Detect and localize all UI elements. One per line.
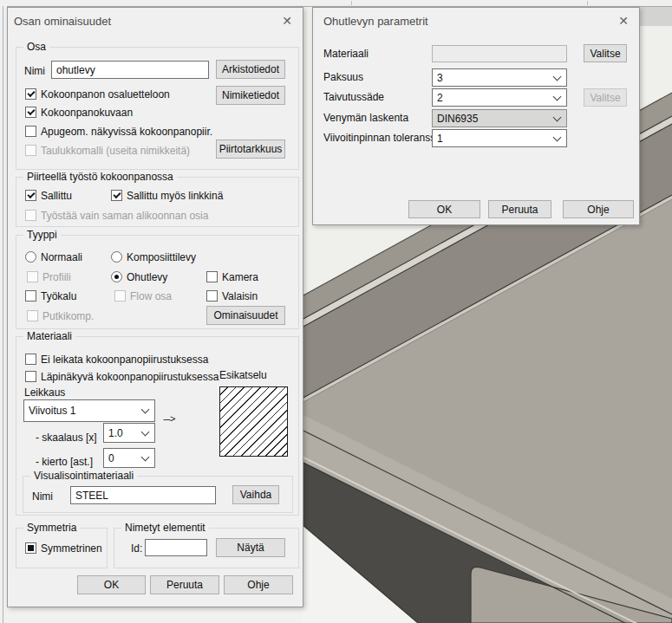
checkbox-apugeom[interactable]: Apugeom. näkyvissä kokoonpanopiir. [25, 125, 212, 138]
checkbox-label: Sallittu myös linkkinä [127, 190, 223, 202]
dialog-title: Osan ominaisuudet [14, 15, 111, 28]
taivutussade-value: 2 [437, 92, 443, 104]
dialog-title: Ohutlevyn parametrit [323, 15, 428, 28]
title-bar[interactable]: Osan ominaisuudet ✕ [8, 8, 303, 34]
checkbox-kokoonpanokuvaan[interactable]: Kokoonpanokuvaan [25, 106, 133, 119]
leikkaus-select[interactable]: Viivoitus 1 [23, 399, 155, 422]
id-label: Id: [131, 542, 142, 555]
checkbox-label: Symmetrinen [41, 542, 102, 555]
checkbox-kamera[interactable]: Kamera [206, 270, 258, 283]
group-label: Piirteellä työstö kokoonpanossa [23, 171, 177, 183]
valitse-button[interactable]: Valitse [584, 44, 627, 62]
nimi-label: Nimi [24, 65, 45, 77]
checkbox-profiili: Profiili [27, 270, 71, 283]
visu-material-input[interactable]: STEEL [70, 486, 216, 504]
checkbox-box [114, 290, 126, 302]
chevron-down-icon [141, 427, 150, 436]
chevron-down-icon [553, 72, 562, 81]
checkbox-label: Apugeom. näkyvissä kokoonpanopiir. [41, 126, 212, 138]
chevron-down-icon [553, 92, 562, 101]
checkbox-box [25, 107, 36, 118]
vaihda-button[interactable]: Vaihda [232, 485, 279, 504]
checkbox-box [25, 210, 36, 221]
viivoitin-select[interactable]: 1 [432, 129, 567, 147]
checkbox-ei-leikata[interactable]: Ei leikata kokoonpanopiirustuksessa [25, 353, 208, 366]
radio-komposiittilevy[interactable]: Komposiittilevy [111, 250, 196, 263]
checkbox-label: Putkikomp. [42, 310, 94, 322]
checkbox-box [25, 290, 36, 302]
arkistotiedot-button[interactable]: Arkistotiedot [216, 60, 285, 79]
checkbox-box [27, 310, 38, 321]
visu-material-value: STEEL [75, 490, 108, 502]
checkbox-label: Läpinäkyvä kokoonpanopiirustuksessa [41, 371, 219, 383]
kierto-select[interactable]: 0 [103, 448, 155, 468]
hatch-preview [219, 386, 288, 457]
taivutussade-select[interactable]: 2 [432, 88, 567, 107]
left-panel-edge [0, 0, 7, 623]
panel-divider-line [3, 6, 3, 623]
arrow-indicator: ---> [163, 413, 174, 424]
checkbox-label: Ei leikata kokoonpanopiirustuksessa [41, 354, 208, 366]
part-properties-dialog: Osan ominaisuudet ✕ Osa Nimi ohutlevy Ar… [7, 7, 303, 607]
peruuta-button[interactable]: Peruuta [488, 200, 551, 218]
checkbox-tyokalu[interactable]: Työkalu [25, 289, 76, 302]
checkbox-lapinakyva[interactable]: Läpinäkyvä kokoonpanopiirustuksessa [25, 370, 219, 383]
piirtotarkkuus-button[interactable]: Piirtotarkkuus [216, 140, 285, 159]
viewport-corner-panel [639, 7, 672, 26]
group-label: Nimetyt elementit [121, 522, 209, 534]
checkbox-label: Työstää vain saman alikoonnan osia [41, 210, 208, 222]
close-icon[interactable]: ✕ [616, 14, 631, 29]
radio-circle [111, 271, 122, 282]
checkbox-box [25, 190, 36, 201]
ok-button[interactable]: OK [77, 575, 146, 594]
checkbox-sallittu[interactable]: Sallittu [25, 189, 72, 202]
radio-normaali[interactable]: Normaali [25, 250, 82, 263]
checkbox-putkikomp: Putkikomp. [27, 309, 94, 322]
kierto-value: 0 [108, 452, 114, 464]
nayta-button[interactable]: Näytä [216, 538, 285, 557]
radio-circle [111, 251, 122, 263]
viivoitin-label: Viivoitinpinnan toleranssi [323, 132, 438, 144]
checkbox-taulukkomalli: Taulukkomalli (useita nimikkeitä) [25, 144, 190, 157]
checkbox-symmetrinen[interactable]: Symmetrinen [25, 542, 102, 555]
checkbox-label: Valaisin [222, 290, 258, 302]
checkbox-box [27, 271, 38, 282]
checkbox-kokoonpanon-osaluetteloon[interactable]: Kokoonpanon osaluetteloon [25, 88, 170, 101]
ohje-button[interactable]: Ohje [224, 575, 293, 594]
leikkaus-value: Viivoitus 1 [29, 405, 75, 417]
ohje-button[interactable]: Ohje [563, 200, 634, 218]
radio-ohutlevy[interactable]: Ohutlevy [111, 270, 167, 283]
checkbox-flow-osa: Flow osa [114, 289, 172, 302]
sheet-metal-params-dialog: Ohutlevyn parametrit ✕ Materiaali Valits… [312, 7, 640, 225]
esikatselu-label: Esikatselu [219, 369, 267, 381]
materiaali-label: Materiaali [323, 48, 369, 60]
checkbox-valaisin[interactable]: Valaisin [206, 289, 258, 302]
radio-label: Komposiittilevy [127, 251, 196, 263]
ok-button[interactable]: OK [408, 200, 480, 218]
checkbox-label: Flow osa [130, 290, 172, 302]
radio-label: Normaali [41, 251, 82, 263]
venyma-select[interactable]: DIN6935 [432, 109, 567, 127]
checkbox-box [206, 271, 218, 282]
paksuus-select[interactable]: 3 [432, 68, 567, 87]
part-name-value: ohutlevy [56, 64, 95, 76]
part-name-input[interactable]: ohutlevy [51, 61, 209, 79]
skaalaus-select[interactable]: 1.0 [103, 423, 155, 443]
checkbox-box [25, 542, 36, 554]
peruuta-button[interactable]: Peruuta [150, 575, 219, 594]
checkbox-label: Työkalu [41, 290, 76, 302]
material-field [432, 45, 567, 62]
ominaisuudet-button[interactable]: Ominaisuudet [206, 306, 285, 325]
chevron-down-icon [141, 406, 150, 414]
checkbox-label: Profiili [42, 271, 71, 283]
title-bar[interactable]: Ohutlevyn parametrit ✕ [313, 8, 639, 34]
radio-label: Ohutlevy [127, 271, 167, 283]
chevron-down-icon [553, 133, 562, 141]
nimiketiedot-button[interactable]: Nimiketiedot [216, 86, 285, 105]
close-icon[interactable]: ✕ [279, 14, 295, 29]
venyma-label: Venymän laskenta [323, 112, 408, 124]
element-id-input[interactable] [145, 539, 207, 556]
checkbox-sallittu-linkkina[interactable]: Sallittu myös linkkinä [111, 189, 223, 202]
checkbox-tyostaa-alikoonta: Työstää vain saman alikoonnan osia [25, 209, 208, 222]
checkbox-label: Kokoonpanon osaluetteloon [41, 88, 170, 101]
